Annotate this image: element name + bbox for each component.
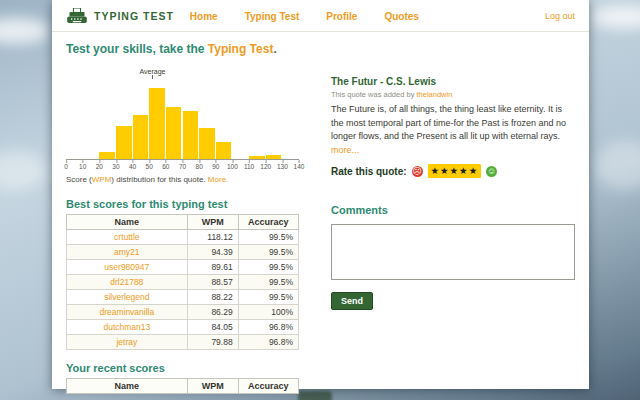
x-axis-tick-label: 80: [196, 163, 203, 170]
score-cell: 99.5%: [238, 245, 298, 260]
cloud-background: [0, 150, 45, 190]
star-rating[interactable]: ★★★★★: [428, 164, 482, 178]
score-row: amy2194.3999.5%: [67, 245, 299, 260]
column-header: Accuracy: [238, 215, 298, 230]
more-stats-link[interactable]: More.: [208, 175, 228, 184]
chart-x-axis: 0102030405060708090100110120130140: [66, 160, 299, 172]
player-name-link[interactable]: jetray: [116, 337, 137, 347]
score-cell: 79.88: [187, 335, 238, 350]
column-header: WPM: [187, 379, 238, 394]
score-cell: jetray: [67, 335, 188, 350]
player-name-link[interactable]: silverlegend: [104, 292, 149, 302]
cloud-background: [0, 18, 50, 44]
score-row: jetray79.8896.8%: [67, 335, 299, 350]
player-name-link[interactable]: crtuttle: [114, 232, 140, 242]
recent-scores-table: NameWPMAccuracy: [66, 378, 299, 394]
score-cell: amy21: [67, 245, 188, 260]
added-by-text: This quote was added by: [331, 90, 416, 99]
right-column: The Futur - C.S. Lewis This quote was ad…: [331, 62, 575, 394]
score-cell: 100%: [238, 305, 298, 320]
quote-title: The Futur - C.S. Lewis: [331, 76, 575, 87]
histogram-bar: [99, 152, 115, 159]
score-cell: 88.57: [187, 275, 238, 290]
column-header: Name: [67, 379, 188, 394]
x-axis-tick-label: 60: [162, 163, 169, 170]
score-cell: silverlegend: [67, 290, 188, 305]
app-window: Typing Test Home Typing Test Profile Quo…: [52, 0, 589, 389]
comments-title: Comments: [331, 204, 575, 216]
score-row: user98094789.6199.5%: [67, 260, 299, 275]
x-axis-tick-label: 30: [112, 163, 119, 170]
score-row: silverlegend88.2299.5%: [67, 290, 299, 305]
score-cell: drl21788: [67, 275, 188, 290]
nav-home[interactable]: Home: [190, 11, 218, 22]
score-cell: 88.22: [187, 290, 238, 305]
average-pointer-line: [152, 75, 153, 79]
caption-text: ) distribution for this quote.: [111, 175, 208, 184]
histogram-bar: [266, 155, 282, 159]
score-cell: 94.39: [187, 245, 238, 260]
x-axis-tick-label: 10: [79, 163, 86, 170]
score-cell: 118.12: [187, 230, 238, 245]
score-cell: 96.8%: [238, 320, 298, 335]
score-cell: 89.61: [187, 260, 238, 275]
player-name-link[interactable]: user980947: [104, 262, 149, 272]
x-axis-tick-label: 100: [227, 163, 238, 170]
score-cell: dutchman13: [67, 320, 188, 335]
x-axis-tick-label: 130: [277, 163, 288, 170]
x-axis-tick-label: 90: [212, 163, 219, 170]
cloud-background: [590, 6, 640, 28]
histogram-bar: [249, 156, 265, 159]
x-axis-tick-label: 110: [244, 163, 254, 170]
typewriter-logo-icon: [66, 8, 88, 24]
quote-more-link[interactable]: more...: [331, 145, 359, 155]
quote-body: The Future is, of all things, the thing …: [331, 104, 566, 141]
site-header: Typing Test Home Typing Test Profile Quo…: [52, 0, 589, 32]
happy-face-icon: ☺: [486, 166, 497, 177]
x-axis-tick-label: 40: [129, 163, 136, 170]
column-header: WPM: [187, 215, 238, 230]
nav-typing-test[interactable]: Typing Test: [245, 11, 300, 22]
page-content: Test your skills, take the Typing Test. …: [52, 42, 589, 394]
intro-text: Test your skills, take the: [66, 42, 208, 56]
score-row: drl2178888.5799.5%: [67, 275, 299, 290]
score-cell: 99.5%: [238, 230, 298, 245]
score-cell: user980947: [67, 260, 188, 275]
x-axis-tick-label: 0: [64, 163, 68, 170]
histogram-bar: [133, 115, 149, 159]
nav-quotes[interactable]: Quotes: [384, 11, 418, 22]
chart-caption: Score (WPM) distribution for this quote.…: [66, 175, 299, 184]
send-comment-button[interactable]: Send: [331, 292, 373, 310]
player-name-link[interactable]: dreaminvanilla: [99, 307, 154, 317]
intro-typing-test-link[interactable]: Typing Test: [208, 42, 274, 56]
player-name-link[interactable]: amy21: [114, 247, 140, 257]
player-name-link[interactable]: drl21788: [110, 277, 143, 287]
column-header: Accuracy: [238, 379, 298, 394]
x-axis-tick-label: 20: [96, 163, 103, 170]
quote-author-user-link[interactable]: thelandwin: [416, 90, 452, 99]
histogram-bar: [149, 88, 165, 159]
nav-profile[interactable]: Profile: [326, 11, 357, 22]
comment-input[interactable]: [331, 224, 575, 280]
recent-scores-title: Your recent scores: [66, 362, 299, 374]
column-header: Name: [67, 215, 188, 230]
brand-home-link[interactable]: Typing Test: [66, 8, 174, 24]
histogram-bar: [183, 111, 199, 159]
logout-link[interactable]: Log out: [545, 11, 575, 21]
best-scores-title: Best scores for this typing test: [66, 198, 299, 210]
player-name-link[interactable]: dutchman13: [103, 322, 150, 332]
left-column: Average 01020304050607080901001101201301…: [66, 62, 299, 394]
two-column-layout: Average 01020304050607080901001101201301…: [66, 62, 575, 394]
best-scores-table: NameWPMAccuracycrtuttle118.1299.5%amy219…: [66, 214, 299, 350]
score-cell: 86.29: [187, 305, 238, 320]
wpm-link[interactable]: WPM: [92, 175, 112, 184]
histogram-bar: [216, 142, 232, 159]
cloud-background: [595, 140, 640, 190]
wpm-histogram-chart: Average 01020304050607080901001101201301…: [66, 68, 299, 172]
brand-title: Typing Test: [94, 10, 174, 22]
rate-quote-widget: Rate this quote: ☹ ★★★★★ ☺: [331, 164, 575, 178]
histogram-bar: [116, 126, 132, 159]
main-nav: Home Typing Test Profile Quotes: [190, 11, 419, 22]
histogram-bar: [166, 107, 182, 159]
caption-text: Score (: [66, 175, 92, 184]
